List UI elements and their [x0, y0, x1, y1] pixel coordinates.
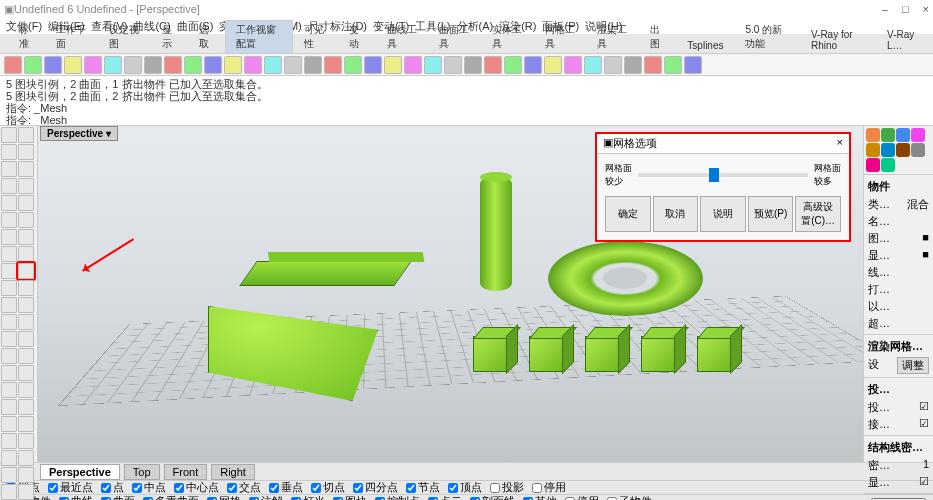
ribbon-tab[interactable]: 曲线工具: [376, 20, 429, 53]
mesh-density-slider[interactable]: [638, 173, 808, 177]
ribbon-tab[interactable]: 网格工具: [534, 20, 587, 53]
osnap-option[interactable]: 垂点: [269, 480, 303, 495]
tool-icon[interactable]: [1, 348, 17, 364]
osnap-option[interactable]: 点云: [428, 494, 462, 500]
toolbar-icon[interactable]: [364, 56, 382, 74]
toolbar-icon[interactable]: [4, 56, 22, 74]
tool-icon[interactable]: [18, 484, 34, 500]
osnap-option[interactable]: 切点: [311, 480, 345, 495]
tool-icon[interactable]: [18, 365, 34, 381]
tool-icon[interactable]: [1, 229, 17, 245]
cube-object[interactable]: [697, 336, 733, 372]
osnap-option[interactable]: 图块: [333, 494, 367, 500]
tool-icon[interactable]: [18, 416, 34, 432]
viewport[interactable]: Perspective ▾ ▣ 网格选项 × 网格面 较少 网格面 较: [38, 126, 863, 462]
panel-icon[interactable]: [881, 158, 895, 172]
ribbon-tab[interactable]: 工作视窗配置: [225, 20, 293, 53]
viewport-tab[interactable]: Perspective ▾: [40, 126, 118, 141]
osnap-option[interactable]: 点: [101, 480, 124, 495]
tool-icon[interactable]: [1, 144, 17, 160]
toolbar-icon[interactable]: [464, 56, 482, 74]
toolbar-icon[interactable]: [244, 56, 262, 74]
dialog-button[interactable]: 预览(P): [748, 196, 794, 232]
osnap-option[interactable]: 中心点: [174, 480, 219, 495]
tool-icon[interactable]: [1, 433, 17, 449]
box-object[interactable]: [239, 261, 412, 286]
tool-icon[interactable]: [18, 467, 34, 483]
tool-icon[interactable]: [1, 416, 17, 432]
osnap-option[interactable]: 网格: [207, 494, 241, 500]
panel-icon[interactable]: [911, 143, 925, 157]
toolbar-icon[interactable]: [164, 56, 182, 74]
panel-icon[interactable]: [911, 128, 925, 142]
toolbar-icon[interactable]: [424, 56, 442, 74]
tool-icon[interactable]: [1, 382, 17, 398]
ribbon-tab[interactable]: 出图: [639, 20, 676, 53]
ribbon-tab[interactable]: 变动: [338, 20, 375, 53]
panel-icon[interactable]: [866, 143, 880, 157]
cube-object[interactable]: [529, 336, 565, 372]
tool-icon[interactable]: [18, 314, 34, 330]
tool-icon[interactable]: [1, 297, 17, 313]
osnap-option[interactable]: 剖面线: [470, 494, 515, 500]
close-button[interactable]: ×: [923, 3, 929, 15]
tool-icon[interactable]: [18, 433, 34, 449]
toolbar-icon[interactable]: [104, 56, 122, 74]
osnap-option[interactable]: 曲线: [59, 494, 93, 500]
toolbar-icon[interactable]: [384, 56, 402, 74]
ribbon-tab[interactable]: Tsplines: [676, 37, 734, 53]
tool-icon[interactable]: [18, 229, 34, 245]
osnap-option[interactable]: 节点: [406, 480, 440, 495]
toolbar-icon[interactable]: [204, 56, 222, 74]
ribbon-tab[interactable]: 标准: [8, 20, 45, 53]
toolbar-icon[interactable]: [224, 56, 242, 74]
cube-object[interactable]: [473, 336, 509, 372]
ribbon-tab[interactable]: 显示: [151, 20, 188, 53]
tool-icon[interactable]: [1, 314, 17, 330]
ribbon-tab[interactable]: 实体工具: [481, 20, 534, 53]
toolbar-icon[interactable]: [404, 56, 422, 74]
tool-icon[interactable]: [18, 178, 34, 194]
torus-object[interactable]: [548, 241, 703, 316]
panel-icon[interactable]: [881, 143, 895, 157]
toolbar-icon[interactable]: [564, 56, 582, 74]
osnap-option[interactable]: 顶点: [448, 480, 482, 495]
tool-icon[interactable]: [18, 399, 34, 415]
view-tab[interactable]: Right: [211, 464, 255, 480]
osnap-option[interactable]: 其他: [523, 494, 557, 500]
osnap-option[interactable]: 最近点: [48, 480, 93, 495]
tool-icon[interactable]: [1, 331, 17, 347]
toolbar-icon[interactable]: [324, 56, 342, 74]
panel-icon[interactable]: [866, 158, 880, 172]
dialog-button[interactable]: 说明: [700, 196, 746, 232]
tool-icon[interactable]: [1, 365, 17, 381]
ribbon-tab[interactable]: 5.0 的新功能: [734, 20, 799, 53]
toolbar-icon[interactable]: [504, 56, 522, 74]
panel-icon[interactable]: [866, 128, 880, 142]
tool-icon[interactable]: [1, 467, 17, 483]
tool-icon[interactable]: [1, 399, 17, 415]
tool-icon[interactable]: [1, 280, 17, 296]
tool-icon[interactable]: [18, 161, 34, 177]
tool-icon[interactable]: [1, 195, 17, 211]
tool-icon[interactable]: [1, 450, 17, 466]
ribbon-tab[interactable]: 工作平面: [45, 20, 98, 53]
toolbar-icon[interactable]: [44, 56, 62, 74]
toolbar-icon[interactable]: [544, 56, 562, 74]
osnap-option[interactable]: 多重曲面: [143, 494, 199, 500]
osnap-option[interactable]: 四分点: [353, 480, 398, 495]
toolbar-icon[interactable]: [444, 56, 462, 74]
osnap-option[interactable]: 停用: [565, 494, 599, 500]
tool-icon[interactable]: [1, 127, 17, 143]
toolbar-icon[interactable]: [144, 56, 162, 74]
toolbar-icon[interactable]: [304, 56, 322, 74]
ribbon-tab[interactable]: 曲面工具: [428, 20, 481, 53]
tool-icon[interactable]: [1, 178, 17, 194]
toolbar-icon[interactable]: [604, 56, 622, 74]
toolbar-icon[interactable]: [484, 56, 502, 74]
osnap-option[interactable]: 子物件: [607, 494, 652, 500]
toolbar-icon[interactable]: [64, 56, 82, 74]
tool-icon[interactable]: [18, 246, 34, 262]
toolbar-icon[interactable]: [644, 56, 662, 74]
view-tab[interactable]: Perspective: [40, 464, 120, 480]
